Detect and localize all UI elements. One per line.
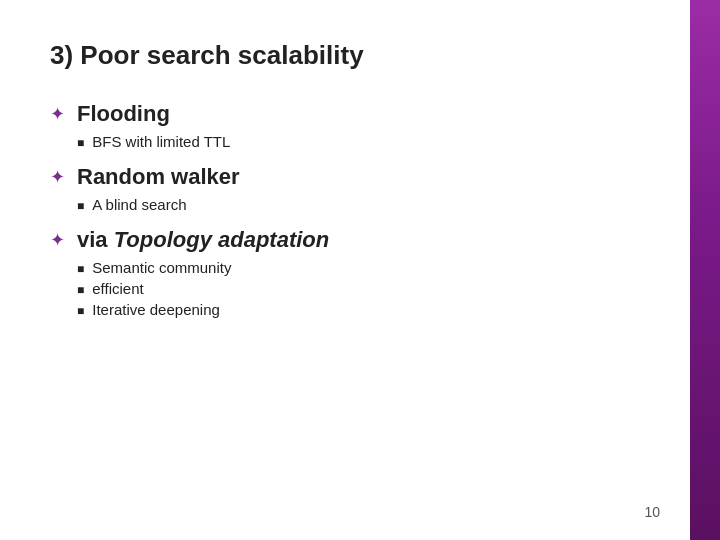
bullet-label-via: via Topology adaptation (77, 227, 329, 252)
sub-bullet-icon: ■ (77, 283, 84, 297)
page-number: 10 (644, 504, 660, 520)
topology-label: Topology adaptation (114, 227, 330, 252)
sub-text-bfs: BFS with limited TTL (92, 133, 230, 150)
decorative-right-bar (690, 0, 720, 540)
sub-bullet-icon: ■ (77, 304, 84, 318)
sub-text-iterative: Iterative deepening (92, 301, 220, 318)
sub-text-efficient: efficient (92, 280, 143, 297)
list-item: ✦ via Topology adaptation ■ Semantic com… (50, 227, 640, 322)
bullet-diamond-icon: ✦ (50, 166, 65, 188)
list-item: ■ A blind search (77, 196, 240, 213)
sub-text-blind: A blind search (92, 196, 186, 213)
sub-text-semantic: Semantic community (92, 259, 231, 276)
list-item: ■ Semantic community (77, 259, 329, 276)
list-item: ✦ Flooding ■ BFS with limited TTL (50, 101, 640, 154)
list-item: ■ Iterative deepening (77, 301, 329, 318)
sub-list-random: ■ A blind search (77, 196, 240, 213)
list-item: ■ BFS with limited TTL (77, 133, 230, 150)
list-item: ✦ Random walker ■ A blind search (50, 164, 640, 217)
sub-bullet-icon: ■ (77, 199, 84, 213)
sub-bullet-icon: ■ (77, 262, 84, 276)
bullet-diamond-icon: ✦ (50, 229, 65, 251)
slide-title: 3) Poor search scalability (50, 40, 640, 71)
list-item: ■ efficient (77, 280, 329, 297)
via-prefix: via (77, 227, 114, 252)
bullet-label-flooding: Flooding (77, 101, 170, 126)
sub-list-topology: ■ Semantic community ■ efficient ■ Itera… (77, 259, 329, 318)
bullet-diamond-icon: ✦ (50, 103, 65, 125)
sub-list-flooding: ■ BFS with limited TTL (77, 133, 230, 150)
sub-bullet-icon: ■ (77, 136, 84, 150)
main-bullet-list: ✦ Flooding ■ BFS with limited TTL ✦ Rand… (50, 101, 640, 322)
slide-content: 3) Poor search scalability ✦ Flooding ■ … (0, 0, 690, 540)
bullet-label-random-walker: Random walker (77, 164, 240, 189)
